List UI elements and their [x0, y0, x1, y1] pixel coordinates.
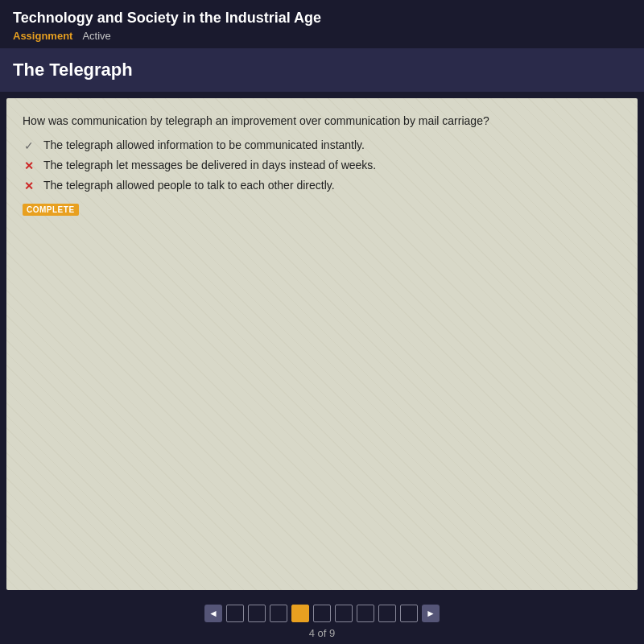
next-page-button[interactable]: ►	[422, 605, 440, 622]
answer-item-2: ✕ The telegraph let messages be delivere…	[23, 159, 621, 172]
page-box-1[interactable]	[226, 605, 244, 622]
assignment-title-bar: The Telegraph	[0, 48, 644, 92]
page-box-7[interactable]	[357, 605, 374, 622]
answer-text-3: The telegraph allowed people to talk to …	[43, 179, 335, 192]
answer-item-1: ✓ The telegraph allowed information to b…	[23, 138, 621, 152]
page-box-5[interactable]	[313, 605, 331, 622]
answer-list: ✓ The telegraph allowed information to b…	[23, 138, 621, 192]
main-content: How was communication by telegraph an im…	[6, 98, 638, 590]
answer-item-3: ✕ The telegraph allowed people to talk t…	[23, 179, 621, 192]
incorrect-icon-2: ✕	[23, 180, 35, 192]
prev-page-button[interactable]: ◄	[204, 605, 222, 622]
course-title: Technology and Society in the Industrial…	[13, 10, 631, 27]
page-box-9[interactable]	[400, 605, 418, 622]
correct-icon: ✓	[23, 139, 35, 152]
page-box-8[interactable]	[378, 605, 396, 622]
nav-assignment-link[interactable]: Assignment	[13, 30, 72, 42]
header: Technology and Society in the Industrial…	[0, 0, 644, 45]
page-box-3[interactable]	[270, 605, 287, 622]
complete-button[interactable]: COMPLETE	[23, 204, 79, 216]
assignment-title: The Telegraph	[13, 60, 631, 80]
page-box-2[interactable]	[248, 605, 266, 622]
answer-text-2: The telegraph let messages be delivered …	[43, 159, 376, 171]
nav-active-label: Active	[82, 30, 110, 42]
answer-text-1: The telegraph allowed information to be …	[43, 138, 365, 151]
pagination: ◄ ►	[204, 605, 440, 622]
page-count: 4 of 9	[309, 627, 336, 639]
page-box-4[interactable]	[291, 605, 309, 622]
page-box-6[interactable]	[335, 605, 353, 622]
incorrect-icon-1: ✕	[23, 159, 35, 172]
question-text: How was communication by telegraph an im…	[23, 114, 621, 127]
bottom-section: ◄ ► 4 of 9	[0, 597, 644, 644]
header-nav: Assignment Active	[13, 30, 631, 42]
